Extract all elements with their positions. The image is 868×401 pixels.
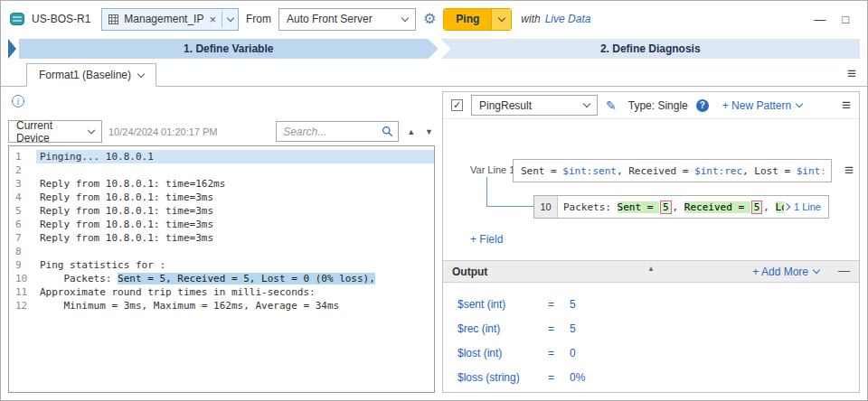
wizard-steps: 1. Define Variable 2. Define Diagnosis: [8, 39, 860, 59]
code-line[interactable]: 10 Packets: Sent = 5, Received = 5, Lost…: [9, 272, 434, 285]
output-var-value: 0%: [570, 371, 585, 384]
ping-button[interactable]: Ping: [444, 9, 491, 30]
from-label: From: [246, 13, 271, 25]
code-line[interactable]: 2: [9, 163, 434, 177]
with-label: with: [521, 13, 540, 25]
tab-format1-baseline[interactable]: Format1 (Baseline): [26, 63, 156, 87]
left-panel-controls: Current Device 10/24/2024 01:20:17 PM ▲ …: [8, 120, 435, 143]
variable-checkbox[interactable]: ✓: [451, 99, 463, 111]
variable-selector-chip[interactable]: Management_IP ×: [101, 8, 239, 31]
output-rows: $sent (int)=5$rec (int)=5$lost (int)=0$l…: [458, 292, 844, 389]
code-line[interactable]: 8: [9, 245, 434, 258]
help-icon[interactable]: ?: [696, 99, 709, 112]
menu-icon[interactable]: ≡: [842, 98, 851, 113]
chevron-down-icon: [498, 14, 505, 21]
add-field-link[interactable]: + Field: [470, 233, 503, 246]
wizard-step-define-diagnosis[interactable]: 2. Define Diagnosis: [441, 39, 861, 59]
ping-button-group: Ping: [443, 8, 512, 31]
code-line[interactable]: 3Reply from 10.8.0.1: time=162ms: [9, 177, 434, 191]
variable-name-value: PingResult: [479, 99, 532, 112]
line-text: Reply from 10.8.0.1: time=3ms: [36, 231, 434, 245]
front-server-select[interactable]: Auto Front Server: [278, 8, 416, 31]
variable-name-select[interactable]: PingResult: [471, 95, 598, 116]
tab-label: Format1 (Baseline): [39, 69, 131, 81]
text-segment: , Received =: [617, 165, 694, 177]
code-line[interactable]: 5Reply from 10.8.0.1: time=3ms: [9, 204, 434, 218]
text-segment: ,: [673, 201, 684, 213]
output-row: $loss (string)=0%: [458, 365, 844, 389]
chevron-down-icon: [796, 100, 803, 107]
add-more-link[interactable]: + Add More: [752, 266, 819, 278]
line-number: 6: [9, 218, 36, 231]
chevron-down-icon[interactable]: [227, 14, 234, 21]
code-line[interactable]: 11Approximate round trip times in milli-…: [9, 285, 434, 299]
device-scope-select[interactable]: Current Device: [8, 120, 102, 143]
text-segment: 5: [660, 200, 672, 214]
one-line-label: 1 Line: [794, 201, 821, 212]
pattern-menu-icon[interactable]: ≡: [844, 163, 854, 178]
code-line[interactable]: 1Pinging... 10.8.0.1: [9, 150, 434, 163]
code-line[interactable]: 12 Minimum = 3ms, Maximum = 162ms, Avera…: [9, 299, 434, 312]
line-number: 4: [9, 191, 36, 204]
search-input[interactable]: [283, 126, 378, 138]
code-line[interactable]: 9Ping statistics for :: [9, 258, 434, 272]
text-segment: $int:...: [797, 165, 824, 177]
output-var-name: $lost (int): [458, 347, 548, 359]
text-segment: Reply from 10.8.0.1: time=162ms: [40, 178, 225, 190]
equals-sign: =: [548, 322, 570, 335]
output-minimize-icon[interactable]: —: [838, 264, 850, 277]
main-area: i Current Device 10/24/2024 01:20:17 PM …: [1, 88, 867, 400]
sample-text: Packets: Sent = 5, Received = 5, Lost = …: [558, 196, 784, 218]
line-number: 2: [9, 163, 36, 177]
maximize-icon[interactable]: □: [842, 13, 849, 26]
live-data-link[interactable]: Live Data: [545, 13, 591, 25]
sample-line-number: 10: [534, 196, 558, 218]
variable-chip-label: Management_IP: [124, 13, 203, 25]
line-number: 5: [9, 204, 36, 218]
code-lines: 1Pinging... 10.8.0.123Reply from 10.8.0.…: [9, 150, 434, 312]
device-name: US-BOS-R1: [32, 13, 90, 25]
find-next-icon[interactable]: ▼: [423, 127, 435, 136]
code-line[interactable]: 4Reply from 10.8.0.1: time=3ms: [9, 191, 434, 204]
text-segment: $int:sent: [562, 165, 617, 177]
titlebar: US-BOS-R1 Management_IP × From Auto Fron…: [1, 1, 867, 37]
code-line[interactable]: 6Reply from 10.8.0.1: time=3ms: [9, 218, 434, 231]
chevron-down-icon: [88, 126, 95, 134]
collapse-icon[interactable]: ▲: [647, 265, 655, 273]
line-text: [36, 163, 434, 177]
one-line-link[interactable]: 1 Line: [784, 196, 828, 218]
edit-pencil-icon[interactable]: ✎: [606, 99, 617, 112]
menu-icon[interactable]: ≡: [847, 66, 856, 81]
wizard-step-define-variable[interactable]: 1. Define Variable: [19, 39, 439, 59]
ping-output-editor[interactable]: 1Pinging... 10.8.0.123Reply from 10.8.0.…: [8, 145, 435, 393]
minimize-icon[interactable]: —: [814, 13, 826, 26]
line-text: Reply from 10.8.0.1: time=3ms: [36, 204, 434, 218]
matched-sample-box[interactable]: 10 Packets: Sent = 5, Received = 5, Lost…: [533, 195, 829, 219]
equals-sign: =: [548, 371, 570, 384]
output-var-name: $loss (string): [458, 371, 548, 384]
search-icon[interactable]: [382, 126, 393, 137]
format-tab-row: Format1 (Baseline) ≡: [1, 62, 867, 87]
new-pattern-link[interactable]: + New Pattern: [722, 99, 802, 112]
gear-icon[interactable]: ⚙: [423, 12, 436, 26]
pattern-expression-box[interactable]: Sent = $int:sent, Received = $int:rec, L…: [513, 159, 832, 182]
line-text: Packets: Sent = 5, Received = 5, Lost = …: [36, 272, 434, 285]
text-segment: Minimum = 3ms, Maximum = 162ms, Average …: [40, 300, 339, 312]
chevron-down-icon[interactable]: [137, 70, 145, 77]
text-segment: Sent =: [618, 201, 659, 213]
output-row: $sent (int)=5: [458, 292, 844, 316]
output-var-value: 0: [570, 347, 576, 359]
variable-panel-header: ✓ PingResult ✎ Type: Single ? + New Patt…: [443, 92, 859, 119]
search-box[interactable]: [276, 121, 399, 142]
info-icon[interactable]: i: [12, 95, 24, 107]
app-window: US-BOS-R1 Management_IP × From Auto Fron…: [0, 0, 868, 401]
close-icon[interactable]: ×: [209, 14, 216, 25]
ping-dropdown-button[interactable]: [491, 9, 511, 30]
equals-sign: =: [548, 347, 570, 359]
equals-sign: =: [548, 298, 570, 311]
wizard-lead-arrow: [8, 39, 16, 59]
line-number: 1: [9, 150, 36, 163]
type-label: Type: Single: [628, 99, 688, 112]
code-line[interactable]: 7Reply from 10.8.0.1: time=3ms: [9, 231, 434, 245]
find-previous-icon[interactable]: ▲: [405, 127, 417, 136]
